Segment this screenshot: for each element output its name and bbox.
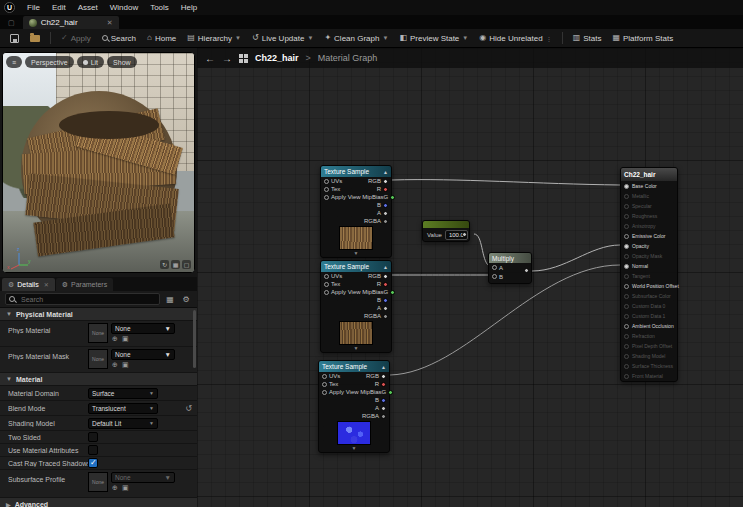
material-input-pin[interactable] (624, 244, 629, 249)
material-input-pin[interactable] (624, 304, 629, 309)
pin-tangent[interactable]: Tangent (621, 271, 677, 281)
uvs-input-pin[interactable] (324, 274, 329, 279)
two-sided-checkbox[interactable] (88, 432, 98, 442)
rgb-output-pin[interactable] (381, 374, 386, 379)
node-expand-chevron[interactable]: ▼ (321, 250, 391, 257)
asset-thumbnail[interactable]: None (88, 349, 108, 369)
browse-to-asset-icon[interactable]: ▣ (122, 335, 129, 343)
tab-details[interactable]: ⚙ Details ✕ (2, 278, 55, 291)
save-button[interactable] (5, 32, 24, 45)
menu-window[interactable]: Window (104, 0, 144, 15)
pin-custom-data-1[interactable]: Custom Data 1 (621, 311, 677, 321)
tab-well-icon[interactable]: ▢ (8, 19, 15, 27)
b-output-pin[interactable] (381, 398, 386, 403)
blend-mode-dropdown[interactable]: Translucent▼ (88, 403, 158, 414)
uvs-input-pin[interactable] (322, 374, 327, 379)
material-input-pin[interactable] (624, 194, 629, 199)
pin-roughness[interactable]: Roughness (621, 211, 677, 221)
rgba-output-pin[interactable] (383, 314, 388, 319)
multiply-output-pin[interactable] (524, 268, 529, 273)
rgba-output-pin[interactable] (383, 219, 388, 224)
r-output-pin[interactable] (383, 282, 388, 287)
viewport-grid-icon[interactable]: ▦ (171, 260, 180, 269)
texture-sample-node-1[interactable]: Texture Sample▲ UVsRGB TexR Apply View M… (320, 165, 392, 258)
pin-pixel-depth-offset[interactable]: Pixel Depth Offset (621, 341, 677, 351)
menu-edit[interactable]: Edit (46, 0, 72, 15)
phys-material-dropdown[interactable]: None▼ (111, 323, 175, 334)
view-options-icon[interactable]: ▦ (164, 293, 176, 305)
pin-subsurface-color[interactable]: Subsurface Color (621, 291, 677, 301)
live-update-button[interactable]: ↺Live Update▼ (247, 32, 318, 45)
pin-metallic[interactable]: Metallic (621, 191, 677, 201)
pin-surface-thickness[interactable]: Surface Thickness (621, 361, 677, 371)
material-input-pin[interactable] (624, 334, 629, 339)
show-dropdown[interactable]: Show (107, 56, 137, 68)
b-output-pin[interactable] (383, 203, 388, 208)
subsurface-profile-dropdown[interactable]: None▼ (111, 472, 175, 483)
pin-base-color[interactable]: Base Color (621, 181, 677, 191)
use-material-attributes-checkbox[interactable] (88, 445, 98, 455)
phys-material-mask-dropdown[interactable]: None▼ (111, 349, 175, 360)
multiply-a-input-pin[interactable] (492, 265, 497, 270)
viewport-options-button[interactable]: ≡ (6, 56, 22, 68)
pin-world-position-offset[interactable]: World Position Offset (621, 281, 677, 291)
g-output-pin[interactable] (390, 290, 395, 295)
use-selected-asset-icon[interactable]: ⊕ (112, 335, 118, 343)
use-selected-asset-icon[interactable]: ⊕ (112, 361, 118, 369)
material-input-pin[interactable] (624, 354, 629, 359)
stats-button[interactable]: ▥Stats (568, 32, 607, 45)
menu-asset[interactable]: Asset (72, 0, 104, 15)
menu-help[interactable]: Help (175, 0, 203, 15)
breadcrumb-root[interactable]: Ch22_hair (255, 53, 299, 63)
clean-graph-button[interactable]: ✦Clean Graph▼ (319, 32, 393, 45)
rgb-output-pin[interactable] (383, 179, 388, 184)
r-output-pin[interactable] (383, 187, 388, 192)
apply-button[interactable]: ✓Apply (56, 32, 96, 45)
a-output-pin[interactable] (383, 211, 388, 216)
pin-specular[interactable]: Specular (621, 201, 677, 211)
section-material[interactable]: ▼ Material (0, 373, 197, 386)
mipbias-input-pin[interactable] (322, 390, 327, 395)
tab-parameters[interactable]: ⚙ Parameters (56, 278, 113, 291)
material-preview-viewport[interactable]: ≡ Perspective Lit Show z y x ↻ ▦ ▢ (2, 52, 195, 273)
viewport-rotate-icon[interactable]: ↻ (160, 260, 169, 269)
material-input-pin[interactable] (624, 224, 629, 229)
pin-opacity-mask[interactable]: Opacity Mask (621, 251, 677, 261)
section-physical-material[interactable]: ▼ Physical Material (0, 308, 197, 321)
material-result-node[interactable]: Ch22_hair Base Color Metallic Specular R… (620, 167, 678, 382)
material-input-pin[interactable] (624, 374, 629, 379)
material-domain-dropdown[interactable]: Surface▼ (88, 388, 158, 399)
menu-tools[interactable]: Tools (144, 0, 175, 15)
material-input-pin[interactable] (624, 264, 629, 269)
multiply-b-input-pin[interactable] (492, 274, 497, 279)
pin-anisotropy[interactable]: Anisotropy (621, 221, 677, 231)
viewport-maximize-icon[interactable]: ▢ (182, 260, 191, 269)
texture-sample-node-3[interactable]: Texture Sample▲ UVsRGB TexR Apply View M… (318, 360, 390, 453)
pin-custom-data-0[interactable]: Custom Data 0 (621, 301, 677, 311)
material-graph-canvas[interactable]: Texture Sample▲ UVsRGB TexR Apply View M… (197, 48, 743, 507)
platform-stats-button[interactable]: ▦Platform Stats (607, 32, 678, 45)
search-button[interactable]: Search (97, 32, 141, 45)
g-output-pin[interactable] (390, 195, 395, 200)
menu-file[interactable]: File (21, 0, 46, 15)
browse-to-asset-icon[interactable]: ▣ (122, 361, 129, 369)
kebab-menu-icon[interactable]: ⋮ (546, 35, 552, 42)
material-input-pin[interactable] (624, 294, 629, 299)
pin-refraction[interactable]: Refraction (621, 331, 677, 341)
material-input-pin[interactable] (624, 324, 629, 329)
scalar-output-pin[interactable] (462, 232, 467, 237)
node-expand-chevron[interactable]: ▼ (321, 345, 391, 352)
browse-button[interactable] (25, 33, 45, 44)
asset-thumbnail[interactable]: None (88, 472, 108, 492)
back-arrow-icon[interactable]: ← (205, 53, 215, 64)
preview-state-button[interactable]: ◧Preview State▼ (394, 32, 473, 45)
reset-to-default-icon[interactable]: ↺ (185, 404, 192, 413)
lit-mode-dropdown[interactable]: Lit (77, 56, 104, 68)
forward-arrow-icon[interactable]: → (222, 53, 232, 64)
a-output-pin[interactable] (381, 406, 386, 411)
close-icon[interactable]: ✕ (44, 281, 49, 288)
node-expand-chevron[interactable]: ▼ (319, 445, 389, 452)
details-search-input[interactable] (5, 293, 160, 305)
section-advanced[interactable]: ▶ Advanced (0, 498, 197, 507)
use-selected-asset-icon[interactable]: ⊕ (112, 484, 118, 492)
